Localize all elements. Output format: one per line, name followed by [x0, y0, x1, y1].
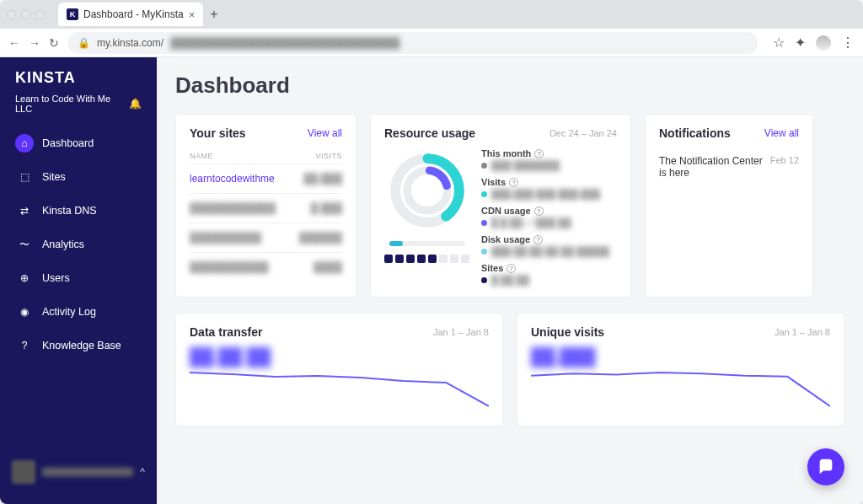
site-name[interactable]: ███████████: [190, 261, 269, 273]
back-button[interactable]: ←: [8, 36, 20, 50]
resource-title: Resource usage: [384, 126, 475, 140]
metric-value: ███ ███████: [481, 160, 609, 170]
info-icon[interactable]: ?: [507, 264, 516, 273]
nav-icon: ⌂: [15, 134, 34, 153]
metric-visits: Visits ?███,███ ███ ███,███: [481, 177, 609, 199]
nav-icon: ?: [15, 336, 34, 355]
resource-range: Dec 24 – Jan 24: [549, 128, 617, 138]
site-name[interactable]: learntocodewithme: [190, 173, 275, 185]
main-content: Dashboard Your sites View all NAME VISIT…: [157, 57, 863, 504]
notification-date: Feb 12: [770, 155, 799, 165]
site-visits: ██,███: [303, 173, 342, 185]
window-controls[interactable]: [7, 10, 45, 19]
metric-this-month: This month ?███ ███████: [481, 148, 609, 170]
metric-label: CDN usage ?: [481, 206, 609, 216]
menu-icon[interactable]: ⋮: [841, 35, 855, 51]
nav-icon: 〜: [15, 235, 34, 254]
browser-toolbar: ← → ↻ 🔒 my.kinsta.com/ █████████████████…: [0, 29, 863, 57]
info-icon[interactable]: ?: [534, 206, 544, 216]
sidebar-item-dashboard[interactable]: ⌂Dashboard: [0, 127, 157, 159]
col-name: NAME: [190, 152, 213, 160]
chevron-up-icon: ^: [140, 466, 145, 478]
nav-label: Knowledge Base: [42, 340, 121, 351]
info-icon[interactable]: ?: [534, 149, 544, 158]
sidebar-item-analytics[interactable]: 〜Analytics: [0, 228, 157, 260]
notif-title: Notifications: [659, 126, 731, 140]
nav-label: Users: [42, 272, 70, 284]
dt-title: Data transfer: [190, 325, 262, 339]
unique-visits-chart: [531, 368, 830, 410]
nav-label: Activity Log: [42, 306, 96, 318]
new-tab-button[interactable]: +: [210, 7, 217, 22]
dt-range: Jan 1 – Jan 8: [433, 327, 489, 337]
notification-row[interactable]: The Notification Center is hereFeb 12: [659, 148, 799, 185]
sidebar-item-activity-log[interactable]: ◉Activity Log: [0, 296, 157, 328]
metric-label: This month ?: [481, 148, 609, 158]
sidebar-item-kinsta-dns[interactable]: ⇄Kinsta DNS: [0, 195, 157, 227]
user-name-blurred: [42, 468, 133, 476]
url-bar[interactable]: 🔒 my.kinsta.com/ ███████████████████████…: [67, 32, 758, 54]
nav-icon: ⇄: [15, 201, 34, 220]
browser-tab[interactable]: K Dashboard - MyKinsta ×: [58, 3, 203, 26]
info-icon[interactable]: ?: [509, 178, 518, 187]
extensions-icon[interactable]: ✦: [795, 35, 806, 51]
metric-value: █ ██ ██: [481, 275, 609, 285]
forward-button[interactable]: →: [29, 36, 40, 50]
chat-fab[interactable]: [807, 448, 844, 485]
nav-label: Dashboard: [42, 137, 94, 149]
chat-icon: [817, 458, 835, 476]
metric-value: █ █ ██ of ███ ██: [481, 217, 609, 228]
sidebar: KINSTA Learn to Code With Me LLC 🔔 ⌂Dash…: [0, 57, 157, 504]
brand-logo[interactable]: KINSTA: [0, 69, 157, 94]
close-icon[interactable]: ×: [189, 8, 196, 21]
sidebar-item-sites[interactable]: ⬚Sites: [0, 161, 157, 193]
nav-icon: ◉: [15, 303, 34, 321]
browser-tabstrip: K Dashboard - MyKinsta × +: [0, 0, 863, 29]
site-visits: ████: [314, 261, 342, 273]
sites-card: Your sites View all NAME VISITS learntoc…: [175, 114, 356, 298]
bell-icon[interactable]: 🔔: [129, 98, 142, 110]
sidebar-item-users[interactable]: ⊕Users: [0, 262, 157, 294]
nav-icon: ⬚: [15, 168, 34, 186]
notif-view-all[interactable]: View all: [764, 127, 799, 139]
col-visits: VISITS: [315, 152, 342, 160]
uv-stat: ██,███: [531, 347, 830, 367]
url-host: my.kinsta.com/: [97, 37, 163, 49]
metric-value: ███,███ ███ ███,███: [481, 189, 609, 199]
bookmark-icon[interactable]: ☆: [773, 35, 785, 51]
resource-card: Resource usage Dec 24 – Jan 24: [370, 114, 631, 298]
sites-view-all[interactable]: View all: [308, 127, 342, 139]
page-title: Dashboard: [175, 72, 844, 99]
url-path: ████████████████████████████████: [170, 37, 399, 49]
company-name: Learn to Code With Me LLC: [15, 94, 129, 114]
info-icon[interactable]: ?: [533, 235, 543, 244]
uv-range: Jan 1 – Jan 8: [775, 327, 830, 337]
reload-button[interactable]: ↻: [49, 36, 59, 50]
avatar: [12, 460, 35, 484]
notification-text: The Notification Center is here: [659, 155, 770, 179]
site-row[interactable]: ████████████████: [190, 223, 342, 252]
site-row[interactable]: learntocodewithme██,███: [190, 164, 342, 193]
dt-stat: ██.██ ██: [190, 347, 489, 367]
progress-bar: [389, 241, 465, 246]
site-name[interactable]: ████████████: [190, 202, 276, 214]
nav-label: Analytics: [42, 239, 84, 250]
sites-squares: [384, 255, 469, 263]
metric-label: Sites ?: [481, 263, 609, 273]
unique-visits-card: Unique visits Jan 1 – Jan 8 ██,███: [517, 313, 844, 426]
site-name[interactable]: ██████████: [190, 232, 261, 244]
site-visits: █,███: [311, 202, 342, 214]
metric-label: Disk usage ?: [481, 234, 609, 244]
data-transfer-chart: [190, 368, 489, 410]
lock-icon: 🔒: [78, 37, 90, 49]
profile-icon[interactable]: [816, 35, 831, 51]
nav-icon: ⊕: [15, 269, 34, 287]
metric-disk-usage: Disk usage ?███ ██ ██ ██ ██ █████: [481, 234, 609, 256]
nav-label: Kinsta DNS: [42, 205, 97, 217]
site-row[interactable]: █████████████,███: [190, 193, 342, 223]
metric-value: ███ ██ ██ ██ ██ █████: [481, 246, 609, 256]
sidebar-item-knowledge-base[interactable]: ?Knowledge Base: [0, 330, 157, 362]
nav-label: Sites: [42, 171, 66, 183]
site-row[interactable]: ███████████████: [190, 252, 342, 281]
sidebar-user[interactable]: ^: [0, 452, 157, 492]
